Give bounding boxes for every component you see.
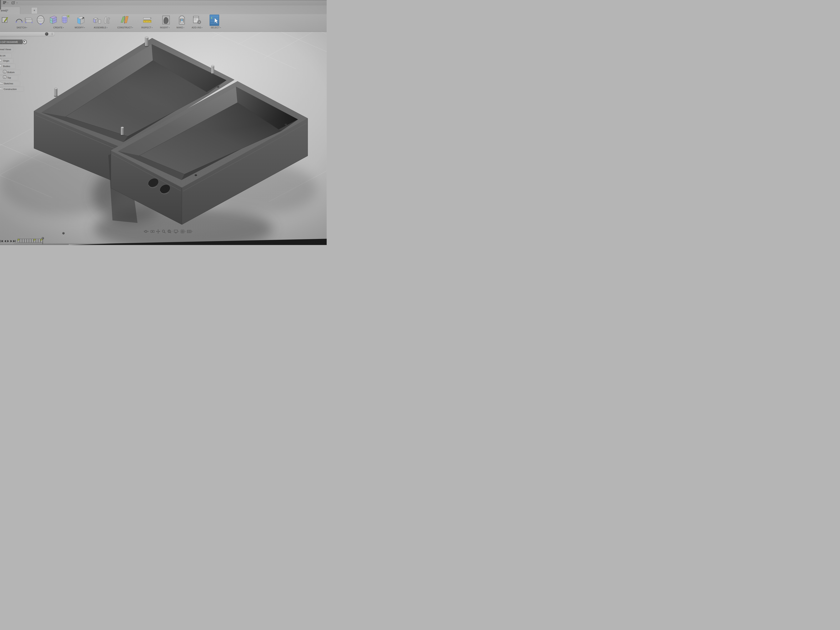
panel-slider-tick <box>52 33 52 35</box>
caret-down-icon: ▾ <box>220 27 221 28</box>
pin <box>211 65 215 74</box>
fit-button[interactable]: ▾ <box>167 229 172 234</box>
toolbar-group-modify[interactable]: MODIFY▾ <box>69 26 90 29</box>
play-button[interactable] <box>7 240 9 243</box>
group-label: SELECT <box>211 26 219 29</box>
active-document-tab[interactable]: ered)* <box>0 7 20 14</box>
caret-down-icon: ▾ <box>152 27 153 28</box>
group-label: SKETCH <box>17 26 26 29</box>
caret-down-icon[interactable]: ▾ <box>8 2 8 4</box>
grid-snaps-button[interactable]: ▾ <box>180 229 186 234</box>
timeline-feature[interactable] <box>27 239 29 243</box>
menu-bar: ▾ ▾ <box>0 0 327 6</box>
folder-icon <box>0 87 3 92</box>
caret-down-icon: ▾ <box>185 231 186 232</box>
browser-item-label: Sketches <box>4 82 13 85</box>
create-form-icon[interactable] <box>61 15 69 25</box>
origin-cube-icon <box>0 58 3 63</box>
caret-down-icon: ▾ <box>202 27 202 28</box>
toolbar-group-sketch[interactable]: SKETCH▾ <box>11 26 32 29</box>
look-at-button[interactable] <box>150 229 155 234</box>
browser-item-body-top[interactable]: Top <box>0 76 18 80</box>
browser-item-origin[interactable]: Origin <box>0 58 13 63</box>
caret-down-icon: ▾ <box>169 27 170 28</box>
caret-down-icon: ▾ <box>183 27 185 28</box>
box-primitive-icon[interactable] <box>49 16 57 25</box>
modify-press-pull-icon[interactable] <box>77 16 85 25</box>
make-3d-print-icon[interactable] <box>178 16 186 25</box>
insert-mesh-icon[interactable] <box>162 16 170 25</box>
browser-item-bodies[interactable]: Bodies <box>0 64 16 68</box>
timeline-options-icon[interactable] <box>62 232 65 234</box>
browser-item-units[interactable]: ts cm <box>0 53 11 58</box>
browser-item-label: med Views <box>0 48 11 51</box>
body-solid-icon <box>3 70 7 74</box>
new-tab-button[interactable]: + <box>31 7 38 14</box>
browser-item-construction[interactable]: Construction <box>0 87 24 92</box>
toolbar-group-create[interactable]: CREATE▾ <box>48 26 69 29</box>
assemble-joint-icon[interactable] <box>103 16 111 25</box>
timeline-feature-sketch[interactable] <box>17 239 20 243</box>
timeline-feature[interactable] <box>22 239 24 243</box>
toolbar-group-inspect[interactable]: INSPECT▾ <box>136 26 157 29</box>
toolbar-group-assemble[interactable]: ASSEMBLE▾ <box>90 26 111 29</box>
browser-item-sketches[interactable]: Sketches <box>0 81 20 86</box>
step-forward-button[interactable] <box>10 240 13 243</box>
select-tool-highlight[interactable] <box>210 14 219 26</box>
caret-down-icon: ▾ <box>27 27 27 28</box>
zoom-button[interactable] <box>162 229 166 234</box>
caret-down-icon[interactable]: ▾ <box>17 2 17 4</box>
step-back-button[interactable] <box>4 240 6 243</box>
group-label: INSPECT <box>141 26 151 29</box>
pin <box>145 37 149 47</box>
tool-menu-icon[interactable] <box>12 1 15 5</box>
caret-down-icon: ▾ <box>148 231 149 232</box>
folder-icon <box>0 81 3 86</box>
toolbar-group-select[interactable]: SELECT▾ <box>205 26 226 29</box>
app-grid-icon[interactable] <box>3 1 6 5</box>
design-timeline <box>0 237 327 245</box>
go-to-start-button[interactable] <box>0 240 3 243</box>
body-solid-icon <box>3 76 7 80</box>
sketch-arc-icon[interactable] <box>16 17 23 24</box>
orbit-button[interactable]: ▾ <box>144 229 149 234</box>
panel-slider-knob[interactable] <box>45 32 48 36</box>
create-sketch-icon[interactable] <box>2 16 9 24</box>
construct-plane-icon[interactable] <box>120 16 129 25</box>
browser-item-label: Bottom <box>7 71 14 74</box>
viewports-button[interactable]: ▾ <box>187 229 193 234</box>
group-label: CONSTRUCT <box>117 26 132 29</box>
timeline-feature[interactable] <box>36 239 38 243</box>
browser-item-named-views[interactable]: med Views <box>0 47 13 52</box>
go-to-end-button[interactable] <box>13 240 16 243</box>
pan-button[interactable] <box>156 229 160 234</box>
sketch-rectangle-icon[interactable] <box>24 17 33 24</box>
group-label: INSERT <box>160 26 169 29</box>
activate-component-radio[interactable] <box>22 40 27 44</box>
timeline-marker-handle[interactable] <box>42 237 44 239</box>
add-ins-icon[interactable] <box>193 16 202 25</box>
browser-item-body-bottom[interactable]: Bottom <box>0 70 20 74</box>
toolbar-group-construct[interactable]: CONSTRUCT▾ <box>115 26 136 29</box>
assemble-component-icon[interactable] <box>93 16 101 25</box>
display-settings-button[interactable]: ▾ <box>174 229 179 234</box>
select-cursor-icon <box>210 14 219 26</box>
caret-down-icon: ▾ <box>107 27 107 28</box>
caret-down-icon: ▾ <box>192 231 193 232</box>
timeline-track[interactable] <box>14 243 321 244</box>
timeline-feature[interactable] <box>38 239 40 243</box>
sphere-primitive-icon[interactable] <box>36 16 45 26</box>
timeline-feature[interactable] <box>24 239 27 243</box>
inspect-measure-icon[interactable] <box>143 17 152 24</box>
timeline-feature-sketch[interactable] <box>33 239 36 243</box>
viewport-canvas[interactable] <box>0 0 327 245</box>
toolbar-group-add-ins[interactable]: ADD-INS▾ <box>187 26 207 29</box>
browser-item-label: ts cm <box>0 54 5 57</box>
caret-down-icon: ▾ <box>178 231 179 232</box>
browser-item-label: Origin <box>3 60 9 62</box>
timeline-feature[interactable] <box>29 239 31 243</box>
timeline-feature[interactable] <box>20 239 22 243</box>
browser-root-component[interactable]: x (v2~recovered) <box>0 39 22 44</box>
timeline-feature[interactable] <box>31 239 33 243</box>
group-label: MODIFY <box>74 26 84 29</box>
